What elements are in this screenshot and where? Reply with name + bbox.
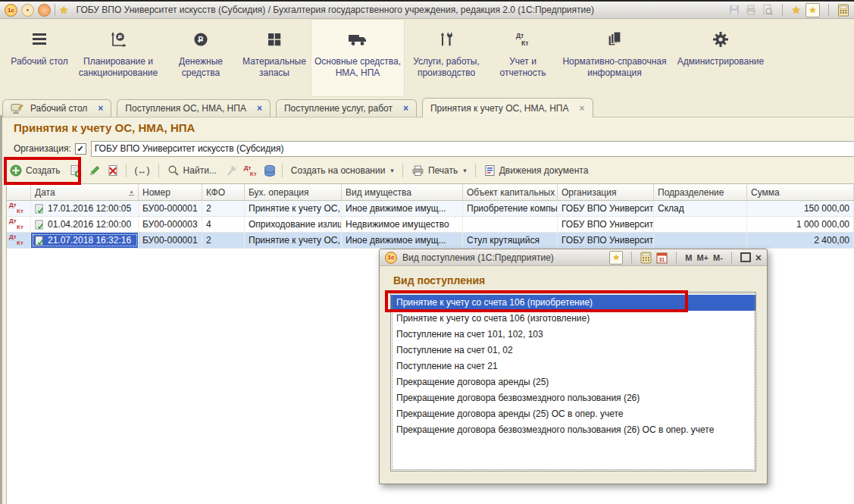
cell-kfo[interactable]: 2 xyxy=(202,201,245,216)
ribbon-section-services[interactable]: Услуги, работы, производство xyxy=(405,19,488,97)
cell-property[interactable]: Иное движимое имущ... xyxy=(342,201,463,216)
1c-logo-icon: 1с xyxy=(385,252,397,264)
document-movements-button[interactable]: Движения документа xyxy=(482,163,591,178)
copy-button[interactable] xyxy=(69,164,82,177)
cell-number[interactable]: БУ00-000001 xyxy=(139,201,202,216)
ribbon-section-fixed-assets[interactable]: Основные средства, НМА, НПА xyxy=(311,19,405,97)
ribbon-section-reference[interactable]: Нормативно-справочная информация xyxy=(558,19,671,97)
cell-capital-object[interactable]: Стул крутящийся xyxy=(463,233,558,248)
cell-date[interactable]: 17.01.2016 12:00:05 xyxy=(31,201,139,216)
service-menu-button[interactable] xyxy=(38,4,51,17)
calculator-icon[interactable] xyxy=(837,4,849,17)
list-item[interactable]: Поступление на счет 101, 102, 103 xyxy=(391,327,755,343)
calculator-icon[interactable] xyxy=(640,252,652,264)
tab-receipt-services[interactable]: Поступление услуг, работ × xyxy=(276,99,417,117)
close-icon[interactable]: × xyxy=(403,103,408,114)
cell-department[interactable] xyxy=(654,233,747,248)
find-button[interactable]: Найти... xyxy=(165,163,219,178)
close-icon[interactable]: × xyxy=(755,252,762,263)
1c-logo-icon[interactable]: 1с xyxy=(5,4,17,17)
ribbon-section-accounting[interactable]: ДтКт Учет и отчетность xyxy=(488,19,558,97)
cell-capital-object[interactable]: Приобретение компью... xyxy=(463,201,558,216)
print-button[interactable]: Печать ▾ xyxy=(409,163,469,178)
cell-amount[interactable]: 1 000 000,00 xyxy=(747,217,854,232)
table-row[interactable]: ДтКт 17.01.2016 12:00:05 БУ00-000001 2 П… xyxy=(7,201,854,217)
cell-date[interactable]: 01.04.2016 12:00:00 xyxy=(31,217,139,232)
ribbon-menu: Рабочий стол P Планирование и санкционир… xyxy=(0,19,854,97)
calendar-icon[interactable]: 31 xyxy=(656,252,668,264)
main-menu-button[interactable]: ▾ xyxy=(21,4,34,17)
column-property[interactable]: Вид имущества xyxy=(342,184,463,200)
ribbon-section-administration[interactable]: Администрирование xyxy=(671,19,770,97)
ribbon-section-planning[interactable]: P Планирование и санкционирование xyxy=(73,19,164,97)
organization-input[interactable] xyxy=(91,141,854,157)
table-row-selected[interactable]: ДтКт 21.07.2018 16:32:16 БУ00-000001 2 П… xyxy=(7,233,854,249)
tools-icon xyxy=(438,30,455,49)
posted-dtkt-icon: ДтКт xyxy=(7,201,31,216)
cell-department[interactable] xyxy=(654,217,747,232)
favorites-panel-icon[interactable]: ★ xyxy=(806,3,820,17)
ribbon-section-inventory[interactable]: Материальные запасы xyxy=(238,19,311,97)
create-button[interactable]: Создать xyxy=(8,163,63,178)
list-item[interactable]: Прекращение договора аренды (25) ОС в оп… xyxy=(391,406,755,422)
create-based-on-button[interactable]: Создать на основании ▾ xyxy=(289,164,396,177)
list-item[interactable]: Прекращение договора безвозмездного поль… xyxy=(391,390,755,406)
organization-checkbox[interactable]: ✓ xyxy=(75,143,86,155)
cell-operation[interactable]: Принятие к учету ОС, ... xyxy=(245,201,342,216)
cell-kfo[interactable]: 4 xyxy=(202,217,245,232)
column-department[interactable]: Подразделение xyxy=(654,184,747,200)
cell-organization[interactable]: ГОБУ ВПО Университ... xyxy=(558,233,654,248)
column-capital-object[interactable]: Объект капитальных в... xyxy=(463,184,558,200)
list-item[interactable]: Прекращение договора аренды (25) xyxy=(391,374,755,390)
memory-minus-button[interactable]: M- xyxy=(713,253,723,262)
close-icon[interactable]: × xyxy=(98,103,103,114)
cell-property[interactable]: Недвижимое имущество xyxy=(342,217,463,232)
list-item-selected[interactable]: Принятие к учету со счета 106 (приобрете… xyxy=(391,295,755,311)
column-date[interactable]: Дата▲ xyxy=(31,184,139,200)
table-row[interactable]: ДтКт 01.04.2016 12:00:00 БУ00-000003 4 О… xyxy=(7,217,854,233)
cell-number[interactable]: БУ00-000003 xyxy=(139,217,202,232)
register-list-icon[interactable] xyxy=(264,164,276,177)
svg-text:P: P xyxy=(118,33,123,40)
set-interval-button[interactable]: (↔) xyxy=(133,164,152,177)
cell-date-focused[interactable]: 21.07.2018 16:32:16 xyxy=(31,233,139,248)
memory-plus-button[interactable]: M+ xyxy=(696,253,709,262)
cell-property[interactable]: Иное движимое имущ... xyxy=(342,233,463,248)
memory-recall-button[interactable]: M xyxy=(685,253,692,262)
cell-organization[interactable]: ГОБУ ВПО Университ... xyxy=(558,201,654,216)
column-number[interactable]: Номер xyxy=(139,184,202,200)
cell-amount[interactable]: 2 400,00 xyxy=(747,233,854,248)
tab-receipts-os[interactable]: Поступления ОС, НМА, НПА × xyxy=(117,99,271,117)
close-icon[interactable]: × xyxy=(579,103,584,114)
close-icon[interactable]: × xyxy=(257,103,262,114)
cell-operation[interactable]: Оприходование излиш... xyxy=(245,217,342,232)
column-amount[interactable]: Сумма xyxy=(747,184,854,200)
delete-icon[interactable] xyxy=(107,164,120,177)
svg-text:31: 31 xyxy=(659,256,665,261)
save-icon xyxy=(728,4,740,16)
tab-acceptance-os[interactable]: Принятия к учету ОС, НМА, НПА × xyxy=(422,98,593,117)
column-organization[interactable]: Организация xyxy=(558,184,654,200)
list-item[interactable]: Принятие к учету со счета 106 (изготовле… xyxy=(391,311,755,327)
ribbon-section-money[interactable]: P Денежные средства xyxy=(164,19,238,97)
list-item[interactable]: Поступление на счет 01, 02 xyxy=(391,343,755,358)
add-favorite-icon[interactable]: ★ xyxy=(791,5,801,15)
ribbon-section-desktop[interactable]: Рабочий стол xyxy=(6,19,73,97)
cell-amount[interactable]: 150 000,00 xyxy=(747,201,854,216)
cell-department[interactable]: Склад xyxy=(654,201,747,216)
tab-desktop[interactable]: Рабочий стол × xyxy=(2,99,111,117)
cell-operation[interactable]: Принятие к учету ОС, ... xyxy=(245,233,342,248)
cell-number[interactable]: БУ00-000001 xyxy=(139,233,202,248)
cell-organization[interactable]: ГОБУ ВПО Университ... xyxy=(558,217,654,232)
show-postings-dtkt-icon[interactable]: ДтКт xyxy=(244,164,258,177)
list-item[interactable]: Прекращение договора безвозмездного поль… xyxy=(391,422,755,438)
edit-pencil-icon[interactable] xyxy=(88,164,101,177)
cell-kfo[interactable]: 2 xyxy=(202,233,245,248)
maximize-icon[interactable] xyxy=(740,252,751,262)
cell-capital-object[interactable] xyxy=(463,217,558,232)
list-item[interactable]: Поступление на счет 21 xyxy=(391,358,755,374)
favorites-panel-icon[interactable]: ★ xyxy=(609,251,623,265)
favorites-star-icon[interactable]: ★ xyxy=(59,5,69,15)
column-operation[interactable]: Бух. операция xyxy=(245,184,342,200)
column-kfo[interactable]: КФО xyxy=(202,184,245,200)
